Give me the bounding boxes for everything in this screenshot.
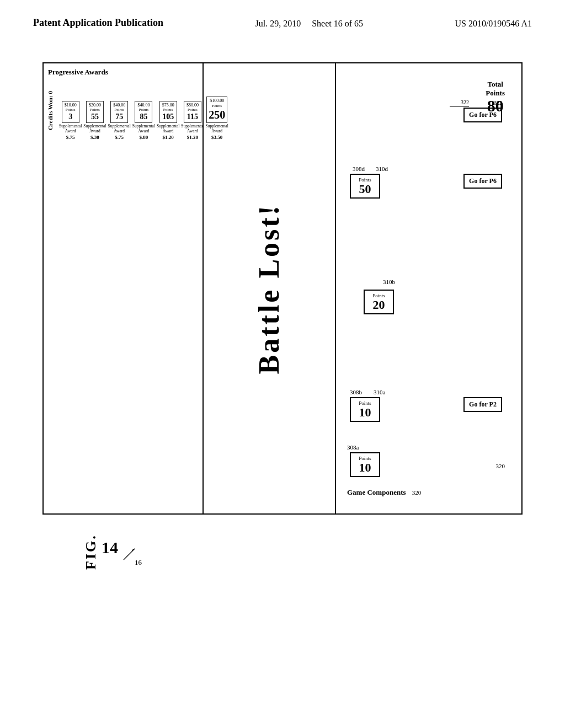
points-10b-box: Points 10 [350, 452, 380, 477]
date-text: Jul. 29, 2010 [255, 19, 301, 28]
fig-ref-arrow [121, 546, 137, 563]
award-5-supp-amount: $1.20 [163, 135, 174, 140]
award-7-pval: 250 [209, 108, 225, 121]
fig-ref: 16 [135, 558, 142, 567]
game-components-label: Game Components 320 [347, 488, 421, 497]
award-2: $20.00 Points 55 SupplementalAward $.30 [83, 101, 106, 140]
award-4: $40.00 Points 85 SupplementalAward $.80 [132, 101, 155, 140]
points-10a-area: Points 10 [350, 397, 380, 422]
go-for-p2-box: Go for P2 [463, 397, 502, 412]
go-for-p6-lower: Go for P6 [463, 174, 502, 189]
p50-value: 50 [354, 183, 376, 195]
award-3-supp: SupplementalAward [108, 124, 131, 133]
ref-320-label: 320 [496, 463, 505, 469]
award-5-pval: 105 [162, 113, 175, 122]
award-2-supp: SupplementalAward [83, 124, 106, 133]
award-5-amount: $75.00 [162, 103, 175, 108]
award-3-box: $40.00 Points 75 [110, 101, 128, 124]
award-3-supp-amount: $.75 [115, 135, 124, 140]
svg-line-1 [124, 549, 135, 560]
award-7: $100.00 Points 250 SupplementalAward $3.… [206, 97, 228, 140]
award-2-pval: 55 [88, 113, 102, 122]
award-5-plabel: Points [162, 108, 175, 112]
right-panel-inner: Total Points 80 322 Go for P6 322 [342, 69, 516, 508]
ref-310d-label: 310d [376, 165, 388, 172]
publication-number: US 2010/0190546 A1 [455, 17, 532, 29]
award-1-box: $10.00 Points 3 [62, 101, 79, 124]
points-50-area: Points 50 [350, 174, 380, 199]
award-4-amount: $40.00 [137, 103, 150, 108]
award-3: $40.00 Points 75 SupplementalAward $.75 [108, 101, 131, 140]
award-3-amount: $40.00 [113, 103, 126, 108]
sheet-text: Sheet 16 of 65 [312, 19, 363, 28]
award-6-pval: 115 [186, 113, 199, 122]
main-content: Progressive Awards Credits Won: 0 $10.00… [0, 35, 565, 581]
award-6-supp: SupplementalAward [181, 124, 204, 133]
left-panel: Progressive Awards Credits Won: 0 $10.00… [44, 63, 204, 513]
award-6-box: $80.00 Points 115 [184, 101, 201, 124]
publication-title: Patent Application Publication [33, 17, 163, 29]
award-7-amount: $100.00 [209, 98, 225, 104]
right-panel: Total Points 80 322 Go for P6 322 [336, 63, 521, 513]
ref-322-arrow [450, 104, 472, 115]
battle-lost-text: Battle Lost! [255, 204, 284, 374]
award-5: $75.00 Points 105 SupplementalAward $1.2… [157, 101, 179, 140]
figure-box: Progressive Awards Credits Won: 0 $10.00… [42, 62, 523, 515]
award-4-supp-amount: $.80 [140, 135, 148, 140]
award-4-box: $40.00 Points 85 [135, 101, 152, 124]
award-4-supp: SupplementalAward [132, 124, 155, 133]
award-2-amount: $20.00 [88, 103, 102, 108]
award-4-pval: 85 [137, 113, 150, 122]
ref-322-label: 322 [461, 99, 469, 105]
award-7-supp: SupplementalAward [206, 124, 228, 133]
figure-caption: FIG. 14 16 [33, 526, 532, 570]
ref-308b-label: 308b [350, 389, 362, 395]
award-1-pval: 3 [64, 113, 77, 122]
award-3-pval: 75 [113, 113, 126, 122]
points-10a-box: Points 10 [350, 397, 380, 422]
total-label: Total [486, 80, 505, 89]
points-20-box: Points 20 [364, 290, 394, 314]
awards-container: $10.00 Points 3 SupplementalAward $.75 $… [59, 97, 199, 140]
award-6-amount: $80.00 [186, 103, 199, 108]
go-for-p6-lower-box: Go for P6 [463, 174, 502, 189]
panel-title: Progressive Awards [48, 68, 108, 77]
points-50-box: Points 50 [350, 174, 380, 199]
go-for-p2-area: Go for P2 [463, 397, 502, 412]
award-2-box: $20.00 Points 55 [86, 101, 104, 124]
points-10b-area: Points 10 [350, 452, 380, 477]
award-2-supp-amount: $.30 [90, 135, 99, 140]
award-6-supp-amount: $1.20 [187, 135, 198, 140]
award-6: $80.00 Points 115 SupplementalAward $1.2… [181, 101, 204, 140]
points-20-area: Points 20 [364, 290, 394, 314]
ref-308a-label: 308a [347, 444, 359, 451]
award-3-plabel: Points [113, 108, 126, 112]
award-7-supp-amount: $3.50 [211, 135, 222, 140]
p20-value: 20 [368, 299, 390, 311]
award-2-plabel: Points [88, 108, 102, 112]
award-1-amount: $10.00 [64, 103, 77, 108]
fig-ref-area: 16 [135, 557, 142, 567]
credits-won-label: Credits Won: 0 [47, 91, 54, 130]
award-7-plabel: Points [209, 104, 225, 108]
award-7-box: $100.00 Points 250 [206, 97, 227, 123]
award-1-plabel: Points [64, 108, 77, 112]
award-1-supp: SupplementalAward [59, 124, 82, 133]
award-4-plabel: Points [137, 108, 150, 112]
award-5-box: $75.00 Points 105 [159, 101, 177, 124]
fig-number: 14 [102, 538, 118, 557]
award-1: $10.00 Points 3 SupplementalAward $.75 [59, 101, 82, 140]
award-1-supp-amount: $.75 [66, 135, 75, 140]
ref-308d-label: 308d [353, 165, 365, 172]
award-6-plabel: Points [186, 108, 199, 112]
award-5-supp: SupplementalAward [157, 124, 179, 133]
fig-word: FIG. [83, 526, 99, 570]
ref-310b-label: 310b [383, 279, 395, 285]
page-header: Patent Application Publication Jul. 29, … [0, 0, 565, 35]
p10b-value: 10 [354, 462, 376, 474]
publication-date: Jul. 29, 2010 Sheet 16 of 65 [255, 17, 363, 29]
ref-322: 322 [494, 100, 502, 106]
fig-label-group: FIG. 14 [83, 526, 118, 570]
game-components-ref: 320 [412, 489, 422, 496]
ref-310a-label: 310a [374, 389, 385, 395]
